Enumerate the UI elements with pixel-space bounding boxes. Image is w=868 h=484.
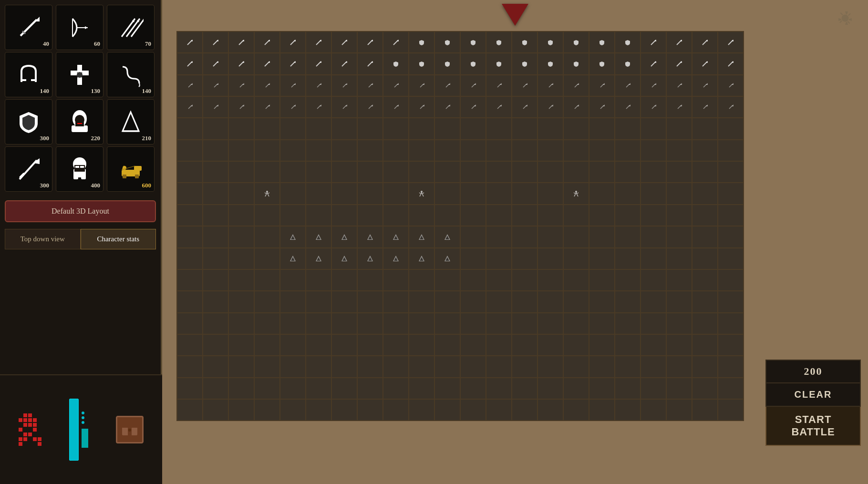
grid-cell-0-17[interactable] <box>615 31 641 53</box>
grid-cell-8-17[interactable] <box>615 205 641 226</box>
grid-cell-4-19[interactable] <box>666 118 692 139</box>
grid-cell-10-19[interactable] <box>666 248 692 269</box>
grid-cell-11-21[interactable] <box>718 269 744 291</box>
grid-cell-6-10[interactable] <box>434 161 460 183</box>
grid-cell-10-15[interactable] <box>563 248 589 269</box>
grid-cell-2-0[interactable] <box>177 75 203 96</box>
grid-cell-15-20[interactable] <box>692 356 718 377</box>
grid-cell-6-5[interactable] <box>306 161 331 183</box>
grid-cell-14-20[interactable] <box>692 334 718 356</box>
grid-cell-10-7[interactable] <box>357 248 383 269</box>
grid-cell-6-14[interactable] <box>537 161 563 183</box>
grid-cell-1-21[interactable] <box>718 53 744 74</box>
grid-cell-13-21[interactable] <box>718 313 744 334</box>
grid-cell-11-8[interactable] <box>383 269 409 291</box>
grid-cell-8-14[interactable] <box>537 205 563 226</box>
grid-cell-0-11[interactable] <box>460 31 486 53</box>
grid-cell-8-4[interactable] <box>280 205 306 226</box>
grid-cell-17-10[interactable] <box>434 399 460 421</box>
layout-button[interactable]: Default 3D Layout <box>5 200 156 222</box>
grid-cell-0-21[interactable] <box>718 31 744 53</box>
grid-cell-9-1[interactable] <box>203 226 228 247</box>
grid-cell-4-9[interactable] <box>409 118 434 139</box>
grid-cell-2-7[interactable] <box>357 75 383 96</box>
grid-cell-17-4[interactable] <box>280 399 306 421</box>
grid-cell-3-0[interactable] <box>177 96 203 118</box>
grid-cell-11-0[interactable] <box>177 269 203 291</box>
grid-cell-6-6[interactable] <box>331 161 357 183</box>
grid-cell-8-5[interactable] <box>306 205 331 226</box>
grid-cell-17-6[interactable] <box>331 399 357 421</box>
grid-cell-6-7[interactable] <box>357 161 383 183</box>
grid-cell-1-11[interactable] <box>460 53 486 74</box>
grid-cell-4-7[interactable] <box>357 118 383 139</box>
grid-cell-14-3[interactable] <box>254 334 280 356</box>
grid-cell-5-10[interactable] <box>434 140 460 161</box>
grid-cell-3-5[interactable] <box>306 96 331 118</box>
grid-cell-3-11[interactable] <box>460 96 486 118</box>
grid-cell-8-13[interactable] <box>512 205 537 226</box>
grid-cell-8-1[interactable] <box>203 205 228 226</box>
grid-cell-13-7[interactable] <box>357 313 383 334</box>
grid-cell-17-19[interactable] <box>666 399 692 421</box>
grid-cell-9-15[interactable] <box>563 226 589 247</box>
grid-cell-6-0[interactable] <box>177 161 203 183</box>
grid-cell-0-15[interactable] <box>563 31 589 53</box>
grid-cell-11-4[interactable] <box>280 269 306 291</box>
grid-cell-5-20[interactable] <box>692 140 718 161</box>
grid-cell-10-0[interactable] <box>177 248 203 269</box>
grid-cell-0-6[interactable] <box>331 31 357 53</box>
grid-cell-4-4[interactable] <box>280 118 306 139</box>
grid-cell-12-3[interactable] <box>254 291 280 312</box>
grid-cell-2-21[interactable] <box>718 75 744 96</box>
grid-cell-14-17[interactable] <box>615 334 641 356</box>
grid-cell-9-21[interactable] <box>718 226 744 247</box>
grid-cell-9-5[interactable] <box>306 226 331 247</box>
grid-cell-3-4[interactable] <box>280 96 306 118</box>
grid-cell-6-16[interactable] <box>589 161 615 183</box>
grid-cell-8-2[interactable] <box>228 205 254 226</box>
grid-cell-17-5[interactable] <box>306 399 331 421</box>
grid-cell-10-18[interactable] <box>641 248 666 269</box>
grid-cell-14-11[interactable] <box>460 334 486 356</box>
grid-cell-16-12[interactable] <box>486 378 512 399</box>
grid-cell-7-0[interactable] <box>177 183 203 204</box>
grid-cell-9-11[interactable] <box>460 226 486 247</box>
grid-cell-7-6[interactable] <box>331 183 357 204</box>
item-cross[interactable]: 130 <box>56 52 103 97</box>
grid-cell-6-8[interactable] <box>383 161 409 183</box>
grid-cell-17-1[interactable] <box>203 399 228 421</box>
grid-cell-8-8[interactable] <box>383 205 409 226</box>
grid-cell-9-19[interactable] <box>666 226 692 247</box>
grid-cell-3-20[interactable] <box>692 96 718 118</box>
grid-cell-7-15[interactable] <box>563 183 589 204</box>
grid-cell-0-7[interactable] <box>357 31 383 53</box>
grid-cell-8-20[interactable] <box>692 205 718 226</box>
grid-cell-2-17[interactable] <box>615 75 641 96</box>
grid-cell-4-5[interactable] <box>306 118 331 139</box>
grid-cell-9-4[interactable] <box>280 226 306 247</box>
grid-cell-12-1[interactable] <box>203 291 228 312</box>
grid-cell-10-14[interactable] <box>537 248 563 269</box>
grid-cell-10-2[interactable] <box>228 248 254 269</box>
grid-cell-8-3[interactable] <box>254 205 280 226</box>
grid-cell-7-10[interactable] <box>434 183 460 204</box>
grid-cell-16-8[interactable] <box>383 378 409 399</box>
grid-cell-14-8[interactable] <box>383 334 409 356</box>
item-knight[interactable]: 400 <box>56 146 103 192</box>
grid-cell-3-2[interactable] <box>228 96 254 118</box>
grid-cell-4-11[interactable] <box>460 118 486 139</box>
grid-cell-12-12[interactable] <box>486 291 512 312</box>
grid-cell-12-8[interactable] <box>383 291 409 312</box>
grid-cell-11-6[interactable] <box>331 269 357 291</box>
grid-cell-5-21[interactable] <box>718 140 744 161</box>
grid-cell-3-15[interactable] <box>563 96 589 118</box>
grid-cell-12-6[interactable] <box>331 291 357 312</box>
grid-cell-10-21[interactable] <box>718 248 744 269</box>
grid-cell-13-8[interactable] <box>383 313 409 334</box>
grid-cell-14-6[interactable] <box>331 334 357 356</box>
grid-cell-16-6[interactable] <box>331 378 357 399</box>
grid-cell-2-3[interactable] <box>254 75 280 96</box>
grid-cell-13-1[interactable] <box>203 313 228 334</box>
grid-cell-12-13[interactable] <box>512 291 537 312</box>
